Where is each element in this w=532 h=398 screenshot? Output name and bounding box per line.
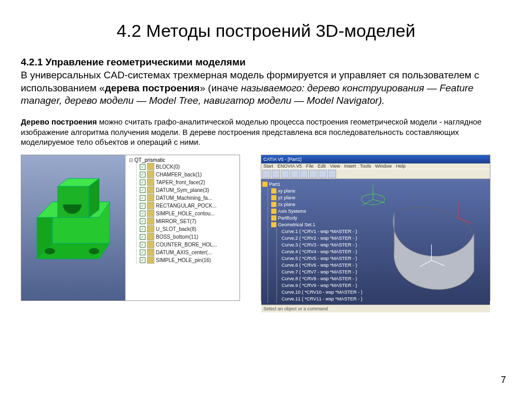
tree-item-label: COUNTER_BORE_HOL...	[156, 241, 217, 249]
feature-icon	[147, 249, 154, 256]
checkbox-icon[interactable]: ✓	[140, 172, 145, 177]
spec-tree-item[interactable]: Curve.1 ( *CRV1 - wsp *MASTER - )	[280, 228, 351, 235]
fig2-statusbar: Select an object or a command	[261, 305, 490, 312]
toolbar-button-icon[interactable]	[300, 170, 308, 178]
checkbox-icon[interactable]: ✓	[140, 187, 145, 193]
section-paragraph-1: В универсальных CAD-системах трехмерная …	[21, 69, 511, 107]
feature-icon	[147, 179, 154, 186]
tree-item[interactable]: ✓DATUM_AXIS_center(...	[140, 249, 238, 256]
spec-tree-item[interactable]: Axis Systems	[271, 208, 351, 215]
menu-item[interactable]: Edit	[318, 163, 326, 169]
tree-item-label: BLOCK(0)	[156, 163, 180, 171]
checkbox-icon[interactable]: ✓	[140, 180, 145, 185]
feature-icon	[147, 171, 154, 178]
tree-item[interactable]: ✓MIRROR_SET(7)	[140, 217, 238, 225]
menu-item[interactable]: Tools	[360, 163, 371, 169]
tree-root-label[interactable]: QT_prismatic	[129, 157, 165, 163]
spec-tree-item[interactable]: zx plane	[271, 201, 351, 208]
tree-item[interactable]: ✓U_SLOT_back(8)	[140, 225, 238, 233]
feature-icon	[147, 210, 154, 217]
spec-tree-root[interactable]: Part1	[262, 181, 351, 188]
spec-tree-label: yz plane	[278, 195, 296, 201]
tree-item[interactable]: ✓COUNTER_BORE_HOL...	[140, 241, 238, 249]
toolbar-button-icon[interactable]	[328, 170, 336, 178]
checkbox-icon[interactable]: ✓	[140, 257, 145, 263]
feature-icon	[147, 163, 154, 170]
tree-item-label: BOSS_bottom(11)	[156, 233, 198, 241]
page-number: 7	[501, 375, 506, 386]
feature-icon	[147, 186, 154, 194]
figure-2: CATIA V5 - [Part1] StartENOVIA V5FileEdi…	[261, 155, 490, 301]
svg-line-11	[373, 199, 385, 203]
checkbox-icon[interactable]: ✓	[140, 218, 145, 224]
spec-tree-item[interactable]: Curve.5 ( *CRV5 - wsp *MASTER - )	[280, 255, 351, 262]
p2-bold: Дерево построения	[21, 117, 97, 126]
tree-item[interactable]: ✓TAPER_front_face(2)	[140, 179, 238, 186]
tree-item[interactable]: ✓DATUM_Machining_fa...	[140, 194, 238, 202]
checkbox-icon[interactable]: ✓	[140, 226, 145, 232]
feature-icon	[147, 217, 154, 225]
checkbox-icon[interactable]: ✓	[140, 234, 145, 240]
svg-point-7	[45, 248, 55, 254]
checkbox-icon[interactable]: ✓	[140, 203, 145, 209]
tree-item[interactable]: ✓SIMPLE_HOLE_contou...	[140, 210, 238, 217]
menu-item[interactable]: Help	[396, 163, 406, 169]
checkbox-icon[interactable]: ✓	[140, 164, 145, 170]
spec-tree-label: Curve.6 ( *CRV6 - wsp *MASTER - )	[282, 262, 357, 269]
toolbar-button-icon[interactable]	[262, 170, 271, 178]
figure-1: QT_prismatic ✓BLOCK(0)✓CHAMFER_back(1)✓T…	[21, 155, 240, 301]
spec-tree-item[interactable]: yz plane	[271, 195, 351, 201]
fig1-green-model-icon	[21, 155, 125, 300]
feature-icon	[147, 225, 154, 232]
tree-item-label: TAPER_front_face(2)	[156, 179, 205, 186]
tree-item[interactable]: ✓BOSS_bottom(11)	[140, 233, 238, 241]
spec-tree-item[interactable]: Curve.6 ( *CRV6 - wsp *MASTER - )	[280, 262, 351, 269]
fig2-titlebar: CATIA V5 - [Part1]	[261, 155, 490, 163]
checkbox-icon[interactable]: ✓	[140, 211, 145, 216]
spec-tree-item[interactable]: Curve.2 ( *CRV2 - wsp *MASTER - )	[280, 235, 351, 242]
tree-item[interactable]: ✓BLOCK(0)	[140, 163, 238, 171]
toolbar-button-icon[interactable]	[309, 170, 317, 178]
spec-tree-item[interactable]: Curve.10 ( *CRV10 - wsp *MASTER - )	[280, 289, 351, 296]
menu-item[interactable]: View	[330, 163, 340, 169]
spec-tree-item[interactable]: Curve.7 ( *CRV7 - wsp *MASTER - )	[280, 269, 351, 276]
menu-item[interactable]: File	[306, 163, 314, 169]
fig2-menubar: StartENOVIA V5FileEditViewInsertToolsWin…	[261, 163, 490, 169]
tree-item-label: SIMPLE_HOLE_pin(16)	[156, 256, 211, 264]
spec-tree-item[interactable]: Curve.4 ( *CRV4 - wsp *MASTER - )	[280, 249, 351, 255]
menu-item[interactable]: Insert	[344, 163, 356, 169]
toolbar-button-icon[interactable]	[318, 170, 327, 178]
spec-tree-item[interactable]: PartBody	[271, 215, 351, 222]
menu-item[interactable]: ENOVIA V5	[277, 163, 302, 169]
tree-item[interactable]: ✓DATUM_Sym_plane(3)	[140, 186, 238, 194]
feature-icon	[147, 194, 154, 201]
plane-icon	[271, 202, 276, 207]
spec-tree-item[interactable]: Curve.11 ( *CRV11 - wsp *MASTER - )	[280, 296, 351, 303]
tree-item[interactable]: ✓CHAMFER_back(1)	[140, 171, 238, 179]
spec-tree-label: Curve.4 ( *CRV4 - wsp *MASTER - )	[282, 249, 357, 255]
tree-item[interactable]: ✓RECTANGULAR_POCK...	[140, 202, 238, 210]
fig2-3d-canvas	[352, 179, 490, 305]
menu-item[interactable]: Start	[263, 163, 273, 169]
plane-icon	[271, 195, 276, 200]
tree-item-label: SIMPLE_HOLE_contou...	[156, 210, 215, 217]
checkbox-icon[interactable]: ✓	[140, 242, 145, 248]
figures-row: QT_prismatic ✓BLOCK(0)✓CHAMFER_back(1)✓T…	[21, 155, 511, 301]
checkbox-icon[interactable]: ✓	[140, 250, 145, 255]
fig2-spec-tree: Part1 xy planeyz planezx plane Axis Syst…	[261, 179, 352, 305]
tree-item[interactable]: ✓SIMPLE_HOLE_pin(16)	[140, 256, 238, 264]
tree-item-label: RECTANGULAR_POCK...	[156, 202, 217, 210]
spec-tree-item[interactable]: Geometrical Set.1	[271, 222, 351, 228]
menu-item[interactable]: Window	[375, 163, 392, 169]
page-title: 4.2 Методы построений 3D-моделей	[21, 21, 511, 41]
spec-tree-item[interactable]: Curve.3 ( *CRV3 - wsp *MASTER - )	[280, 242, 351, 249]
spec-tree-item[interactable]: Curve.8 ( *CRV8 - wsp *MASTER - )	[280, 276, 351, 282]
spec-tree-item[interactable]: xy plane	[271, 188, 351, 195]
toolbar-button-icon[interactable]	[290, 170, 299, 178]
spec-tree-item[interactable]: Curve.9 ( *CRV9 - wsp *MASTER - )	[280, 282, 351, 289]
toolbar-button-icon[interactable]	[272, 170, 280, 178]
spec-tree-label: xy plane	[278, 188, 296, 195]
checkbox-icon[interactable]: ✓	[140, 195, 145, 201]
spec-tree-label: Curve.7 ( *CRV7 - wsp *MASTER - )	[282, 269, 357, 276]
toolbar-button-icon[interactable]	[281, 170, 289, 178]
